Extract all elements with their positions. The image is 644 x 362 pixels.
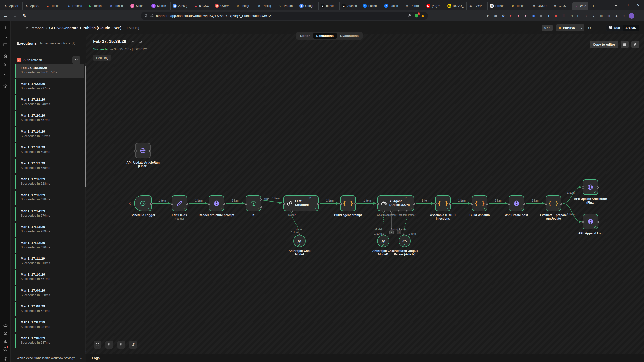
run-data-button[interactable]	[621, 41, 629, 48]
rail-plus-icon[interactable]	[3, 25, 8, 30]
saving-settings-dropdown[interactable]: Which executions is this workflow saving…	[11, 354, 86, 362]
trigger-pin-icon[interactable]	[128, 202, 133, 207]
extension-icon-10[interactable]: ■	[553, 13, 559, 18]
input-dot[interactable]	[377, 203, 379, 205]
rail-home-icon[interactable]	[3, 54, 8, 59]
filter-button[interactable]	[72, 56, 80, 64]
extension-icon-6[interactable]: ●	[523, 13, 528, 18]
execution-list-item[interactable]: Mar 1, 17:17:29Succeeded in 658ms	[15, 159, 84, 173]
workflow-node-wp-create-post[interactable]: ✓	[509, 195, 524, 211]
browser-tab[interactable]: ✳Intégr	[234, 2, 255, 10]
reset-zoom-button[interactable]: ↺	[129, 341, 137, 349]
output-dot[interactable]	[449, 203, 451, 205]
tab-executions[interactable]: Executions	[313, 33, 337, 39]
output-dot[interactable]	[597, 186, 599, 189]
tab-editor[interactable]: Editor	[297, 33, 313, 39]
extension-icon-3[interactable]: ⚙	[501, 13, 506, 18]
share-icon[interactable]	[408, 14, 412, 18]
info-icon[interactable]: i	[72, 42, 75, 45]
browser-tab[interactable]: ✳Politiq	[255, 2, 276, 10]
auto-refresh-label[interactable]: Auto refresh	[23, 58, 42, 62]
extension-icon-18[interactable]: ◈	[614, 13, 619, 18]
browser-tab[interactable]: ♛Tontin	[509, 2, 530, 10]
workflow-node-llm-structure[interactable]: LLM: Structure⇄ →✓	[283, 195, 319, 211]
output-dot[interactable]	[150, 203, 153, 205]
workflow-node-api-update-articlerun-final[interactable]: ✓	[583, 179, 598, 195]
input-dot[interactable]	[508, 203, 510, 205]
more-menu-icon[interactable]: ⋯	[595, 26, 599, 30]
browser-tab[interactable]: ISBOVO_	[445, 2, 467, 10]
browser-tab[interactable]: ▶Tontin	[86, 2, 107, 10]
browser-tab[interactable]: ▶(49) Yo	[424, 2, 445, 10]
output-dot-true[interactable]	[260, 198, 262, 201]
extension-icon-16[interactable]: ▦	[599, 13, 604, 18]
output-dot[interactable]	[486, 203, 488, 205]
execution-list-item[interactable]: Mar 1, 17:21:29Succeeded in 640ms	[15, 95, 84, 110]
output-dot[interactable]	[149, 150, 151, 152]
rail-chat-icon[interactable]	[3, 71, 8, 76]
publish-chevron[interactable]: ⌄	[578, 24, 584, 31]
browser-tab[interactable]: ✳Tontin	[107, 2, 128, 10]
tab-close-icon[interactable]: ✕	[584, 4, 587, 8]
extension-icon-5[interactable]: ●	[516, 13, 521, 18]
extension-icon-15[interactable]: ♪	[591, 13, 596, 18]
url-text[interactable]: starthere.app.n8n.cloud/workflow/j-IXQYS…	[156, 14, 406, 18]
output-dot[interactable]	[186, 203, 188, 205]
input-dot[interactable]	[339, 203, 342, 205]
workflow-node-anthropic-chat-model1[interactable]: A\✓	[377, 235, 389, 247]
extension-icon-11[interactable]: ⠿	[561, 13, 566, 18]
browser-tab[interactable]: ▲bo-vo-	[319, 2, 340, 10]
browser-tab[interactable]: ROvervi	[213, 2, 234, 10]
execution-list-item[interactable]: Mar 1, 17:19:29Succeeded in 992ms	[15, 127, 84, 142]
node-action-icons[interactable]: →	[445, 196, 449, 199]
reload-button[interactable]: ↻	[21, 12, 29, 20]
input-dot[interactable]	[283, 203, 285, 205]
rail-gear-icon[interactable]	[3, 356, 8, 361]
browser-tab[interactable]: ◎Portfo	[403, 2, 424, 10]
delete-execution-button[interactable]	[631, 41, 639, 48]
workflow-node-api-append-log[interactable]: ✓	[583, 214, 598, 229]
browser-tab[interactable]: FMobile	[149, 2, 171, 10]
execution-list-item[interactable]: Mar 1, 17:08:29Succeeded in 624ms	[15, 302, 84, 316]
execution-list-item[interactable]: Feb 27, 15:39:29Succeeded in 3m 25.746s	[15, 64, 84, 78]
fit-view-button[interactable]	[94, 341, 101, 349]
output-dot[interactable]	[523, 203, 525, 205]
extension-icon-7[interactable]: ▣	[531, 13, 536, 18]
browser-tab[interactable]: AApp St	[23, 2, 44, 10]
rail-cloud-icon[interactable]	[3, 323, 8, 328]
browser-tab[interactable]: ▲Authen	[340, 2, 361, 10]
execution-list-item[interactable]: Mar 1, 17:15:29Succeeded in 638ms	[15, 191, 84, 205]
execution-list-item[interactable]: Mar 1, 17:16:29Succeeded in 628ms	[15, 175, 84, 189]
browser-tab[interactable]: UParam	[276, 2, 297, 10]
rail-stack-icon[interactable]	[3, 84, 8, 89]
thumbs-down-icon[interactable]	[138, 40, 142, 45]
input-dot[interactable]	[582, 221, 584, 223]
close-window-button[interactable]: ✕	[633, 0, 644, 10]
node-action-icons[interactable]: ⇄ →	[309, 196, 317, 199]
rail-chart-icon[interactable]	[3, 339, 8, 344]
extension-icon-1[interactable]: ➤	[485, 13, 491, 18]
workflow-canvas[interactable]: Feb 27, 15:39:29 Succeeded in 3m 25.746s…	[86, 34, 644, 354]
tune-icon[interactable]	[150, 14, 154, 18]
adblock-shield-icon[interactable]: 1	[414, 14, 419, 18]
browser-tab[interactable]: ▶Releas	[65, 2, 86, 10]
workflow-node-edit-fields[interactable]: ✓	[172, 195, 187, 211]
warning-extension-icon[interactable]	[421, 14, 425, 18]
rail-help-icon[interactable]	[3, 347, 8, 352]
input-dot[interactable]	[245, 203, 247, 205]
extension-icon-4[interactable]: ●	[508, 13, 513, 18]
output-dot[interactable]	[317, 203, 319, 205]
extension-icon-13[interactable]: ▤	[576, 13, 581, 18]
workflow-node-assemble-html-injections[interactable]: { }→✓	[435, 195, 451, 211]
workflow-node-evaluate-prepare-runupdate[interactable]: { }✓	[546, 195, 561, 211]
output-dot[interactable]	[354, 203, 357, 205]
browser-tab[interactable]: fFaceb	[382, 2, 403, 10]
execution-list-item[interactable]: Mar 1, 17:10:29Succeeded in 661ms	[15, 270, 84, 285]
execution-list-item[interactable]: Mar 1, 17:13:29Succeeded in 989ms	[15, 223, 84, 237]
browser-tab[interactable]: fFaceb	[361, 2, 382, 10]
rail-user-icon[interactable]	[3, 62, 8, 67]
address-bar[interactable]: starthere.app.n8n.cloud/workflow/j-IXQYS…	[141, 12, 428, 20]
execution-list-item[interactable]: Mar 1, 17:11:29Succeeded in 613ms	[15, 254, 84, 269]
new-tab-button[interactable]: +	[590, 2, 597, 9]
add-tag-link[interactable]: + Add tag	[126, 26, 139, 30]
